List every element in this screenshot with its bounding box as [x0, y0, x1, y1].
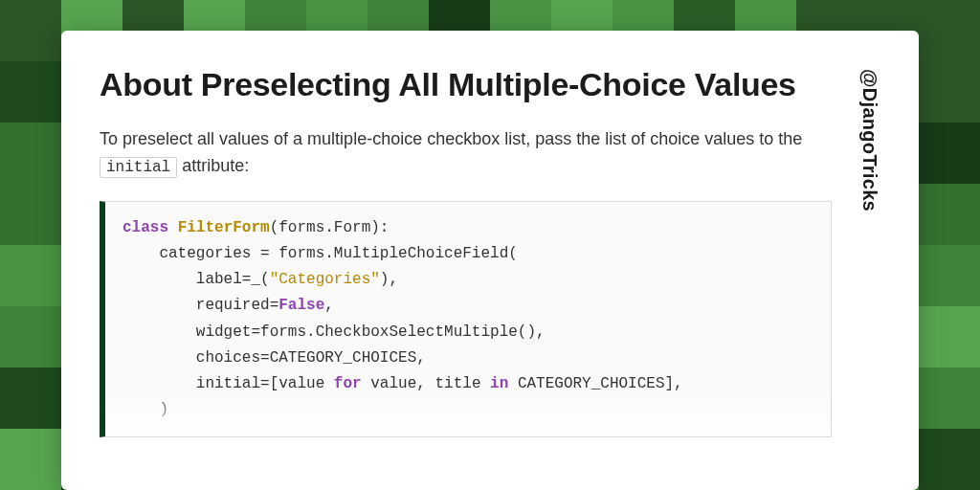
inline-code-initial: initial — [100, 157, 177, 178]
code-classname: FilterForm — [178, 219, 270, 236]
content-card: About Preselecting All Multiple-Choice V… — [61, 31, 919, 490]
code-keyword-class: class — [122, 219, 168, 236]
code-line1-rest: (forms.Form): — [270, 219, 390, 236]
code-line3b: ), — [380, 271, 398, 288]
intro-paragraph: To preselect all values of a multiple-ch… — [100, 126, 832, 180]
code-bool-false: False — [278, 297, 324, 314]
code-line8: ) — [122, 401, 168, 418]
code-line7c: CATEGORY_CHOICES], — [508, 375, 682, 392]
intro-text-before: To preselect all values of a multiple-ch… — [100, 129, 802, 148]
code-line7a: initial=[value — [122, 375, 334, 392]
code-keyword-for: for — [334, 375, 362, 392]
code-block: class FilterForm(forms.Form): categories… — [100, 201, 832, 438]
code-line5: widget=forms.CheckboxSelectMultiple(), — [122, 323, 546, 341]
code-line2: categories = forms.MultipleChoiceField( — [122, 245, 518, 262]
code-string-categories: "Categories" — [270, 271, 380, 288]
code-line6: choices=CATEGORY_CHOICES, — [122, 349, 426, 367]
code-line4a: required= — [122, 297, 278, 314]
page-title: About Preselecting All Multiple-Choice V… — [100, 65, 832, 103]
handle-sidebar: @DjangoTricks — [858, 65, 880, 456]
code-line3a: label=_( — [122, 271, 270, 288]
intro-text-after: attribute: — [177, 156, 249, 175]
code-line4b: , — [324, 297, 334, 314]
code-line7b: value, title — [362, 375, 490, 392]
main-column: About Preselecting All Multiple-Choice V… — [100, 65, 832, 456]
code-keyword-in: in — [490, 375, 508, 392]
